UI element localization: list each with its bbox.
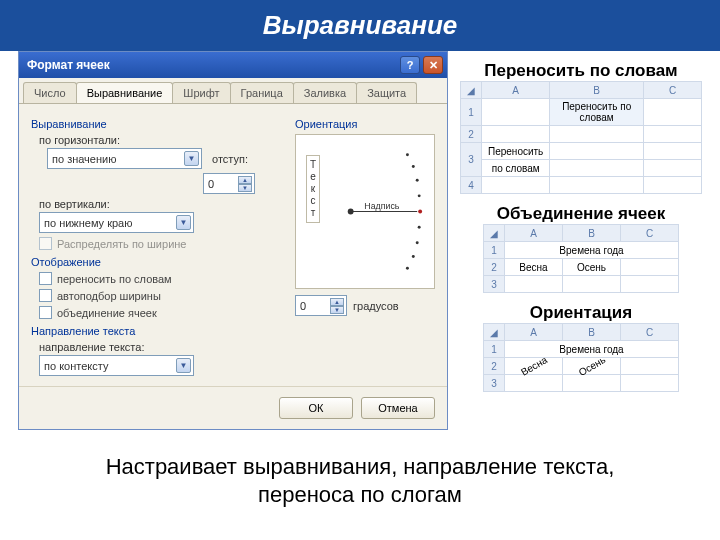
svg-point-1 [412, 165, 415, 168]
svg-point-4 [418, 210, 422, 214]
checkbox-autofit[interactable] [39, 289, 52, 302]
orientation-control[interactable]: Т е к с т Надпись [295, 134, 435, 289]
orientation-vertical-text[interactable]: Т е к с т [306, 155, 320, 223]
cell: по словам [482, 160, 550, 177]
chevron-down-icon: ▼ [176, 215, 191, 230]
row-header: 1 [461, 99, 482, 126]
row-header: 2 [484, 358, 505, 375]
col-header: A [482, 82, 550, 99]
tab-alignment[interactable]: Выравнивание [76, 82, 174, 103]
dialog-titlebar: Формат ячеек ? ✕ [19, 52, 447, 78]
corner-cell: ◢ [484, 324, 505, 341]
help-icon[interactable]: ? [400, 56, 420, 74]
spin-up-icon[interactable]: ▲ [238, 176, 252, 184]
merged-cell: Времена года [505, 242, 679, 259]
svg-point-10 [348, 209, 354, 215]
checkbox-wrap[interactable] [39, 272, 52, 285]
tab-font[interactable]: Шрифт [172, 82, 230, 103]
chevron-down-icon: ▼ [176, 358, 191, 373]
cell: Переносить [482, 143, 550, 160]
svg-text:Надпись: Надпись [364, 201, 399, 211]
row-header: 3 [484, 276, 505, 293]
svg-point-7 [412, 255, 415, 258]
section-direction: Направление текста [31, 325, 283, 337]
svg-point-0 [406, 153, 409, 156]
label-horizontal: по горизонтали: [39, 134, 283, 146]
dialog-tabs: Число Выравнивание Шрифт Граница Заливка… [19, 78, 447, 104]
tab-border[interactable]: Граница [230, 82, 294, 103]
label-wrap: переносить по словам [57, 273, 172, 285]
indent-value: 0 [208, 178, 214, 190]
col-header: A [505, 225, 563, 242]
ok-button[interactable]: ОК [279, 397, 353, 419]
row-header: 4 [461, 177, 482, 194]
merged-cell: Времена года [505, 341, 679, 358]
svg-point-6 [416, 241, 419, 244]
label-degrees: градусов [353, 300, 399, 312]
section-alignment: Выравнивание [31, 118, 283, 130]
row-header: 2 [484, 259, 505, 276]
tab-protection[interactable]: Защита [356, 82, 417, 103]
label-indent: отступ: [212, 153, 248, 165]
section-display: Отображение [31, 256, 283, 268]
example-wrap-grid: ◢ A B C 1Переносить по словам 2 3Перенос… [460, 81, 702, 194]
row-header: 3 [484, 375, 505, 392]
vertical-combo[interactable]: по нижнему краю ▼ [39, 212, 194, 233]
horizontal-combo[interactable]: по значению ▼ [47, 148, 202, 169]
rotated-cell: Весна [505, 358, 563, 375]
example-merge-grid: ◢ A B C 1Времена года 2ВеснаОсень 3 [483, 224, 679, 293]
row-header: 1 [484, 341, 505, 358]
checkbox-merge[interactable] [39, 306, 52, 319]
row-header: 1 [484, 242, 505, 259]
corner-cell: ◢ [461, 82, 482, 99]
svg-point-5 [418, 226, 421, 229]
cell: Переносить по словам [550, 99, 644, 126]
spin-down-icon[interactable]: ▼ [330, 306, 344, 314]
chevron-down-icon: ▼ [184, 151, 199, 166]
example-orient-title: Ориентация [460, 303, 702, 323]
degrees-spinner[interactable]: 0 ▲▼ [295, 295, 347, 316]
row-header: 2 [461, 126, 482, 143]
col-header: B [563, 324, 621, 341]
page-title: Выравнивание [0, 0, 720, 51]
horizontal-value: по значению [52, 153, 116, 165]
row-header: 3 [461, 143, 482, 177]
svg-point-8 [406, 267, 409, 270]
corner-cell: ◢ [484, 225, 505, 242]
direction-value: по контексту [44, 360, 108, 372]
col-header: B [563, 225, 621, 242]
direction-combo[interactable]: по контексту ▼ [39, 355, 194, 376]
col-header: C [644, 82, 702, 99]
cell: Весна [505, 259, 563, 276]
cancel-button[interactable]: Отмена [361, 397, 435, 419]
svg-point-2 [416, 179, 419, 182]
cell: Осень [563, 259, 621, 276]
dialog-title-text: Формат ячеек [27, 58, 110, 72]
label-merge: объединение ячеек [57, 307, 157, 319]
rotated-cell: Осень [563, 358, 621, 375]
spin-up-icon[interactable]: ▲ [330, 298, 344, 306]
label-vertical: по вертикали: [39, 198, 283, 210]
vertical-value: по нижнему краю [44, 217, 132, 229]
label-autofit: автоподбор ширины [57, 290, 161, 302]
main-area: Формат ячеек ? ✕ Число Выравнивание Шриф… [0, 51, 720, 430]
tab-fill[interactable]: Заливка [293, 82, 357, 103]
label-direction: направление текста: [39, 341, 283, 353]
indent-spinner[interactable]: 0 ▲▼ [203, 173, 255, 194]
col-header: C [621, 324, 679, 341]
spin-down-icon[interactable]: ▼ [238, 184, 252, 192]
svg-point-3 [418, 194, 421, 197]
footer-caption: Настраивает выравнивания, направление те… [0, 453, 720, 510]
col-header: C [621, 225, 679, 242]
examples-column: Переносить по словам ◢ A B C 1Переносить… [460, 51, 702, 430]
orientation-arc-icon: Надпись [336, 143, 426, 280]
checkbox-distribute[interactable] [39, 237, 52, 250]
tab-number[interactable]: Число [23, 82, 77, 103]
example-wrap-title: Переносить по словам [460, 61, 702, 81]
col-header: A [505, 324, 563, 341]
label-distribute: Распределять по ширине [57, 238, 186, 250]
format-cells-dialog: Формат ячеек ? ✕ Число Выравнивание Шриф… [18, 51, 448, 430]
degrees-value: 0 [300, 300, 306, 312]
close-icon[interactable]: ✕ [423, 56, 443, 74]
col-header: B [550, 82, 644, 99]
